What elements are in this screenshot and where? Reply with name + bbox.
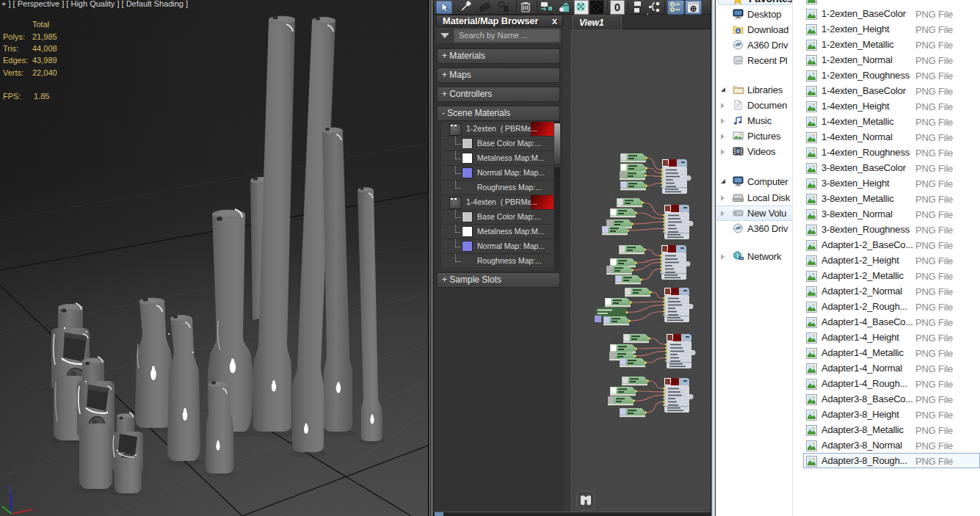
svg-text:Z: Z — [8, 486, 12, 493]
